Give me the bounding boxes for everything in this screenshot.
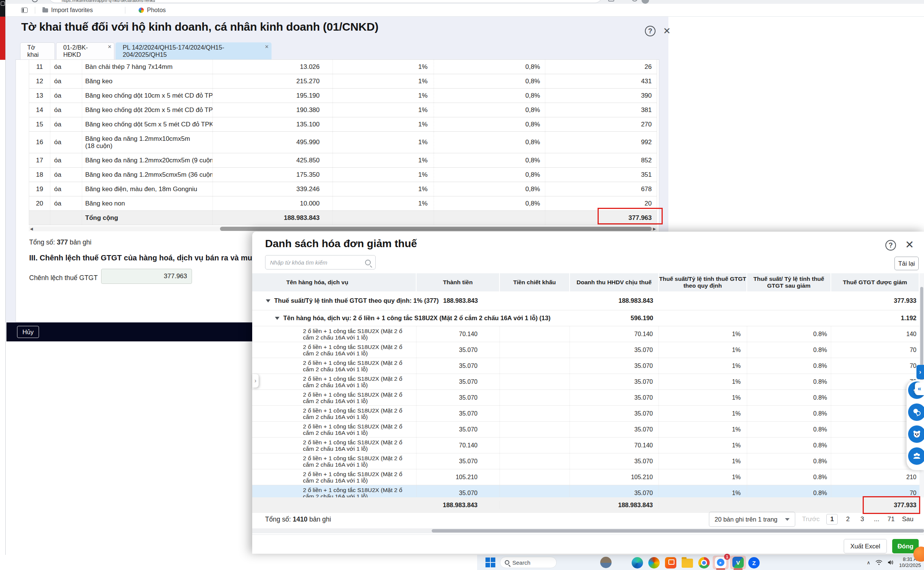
invoice-row[interactable]: 2 ổ liền + 1 công tắc S18U2X (Mặt 2 ổ cắ… <box>252 469 919 485</box>
invoice-row[interactable]: 2 ổ liền + 1 công tắc S18U2X (Mặt 2 ổ cắ… <box>252 406 919 422</box>
modal-horizontal-scrollbar[interactable] <box>252 528 924 533</box>
search-input[interactable] <box>270 259 365 266</box>
collapse-caret-icon[interactable] <box>275 317 279 320</box>
taskbar-file-explorer-icon[interactable] <box>682 557 693 568</box>
browser-profile-avatar[interactable] <box>641 0 649 4</box>
invoice-row[interactable]: 2 ổ liền + 1 công tắc S18U2X (Mặt 2 ổ cắ… <box>252 453 919 469</box>
table-row[interactable]: 17 óa Băng keo đa năng 1.2mmx20cmx5m (9 … <box>29 153 657 168</box>
taskbar-copilot-icon[interactable] <box>648 557 660 568</box>
community-button[interactable] <box>908 447 924 465</box>
invoice-table: Tên hàng hóa, dịch vụ Thành tiền Tiền ch… <box>252 273 919 513</box>
invoice-row-revenue: 35.070 <box>570 422 659 437</box>
refresh-icon[interactable] <box>32 0 38 2</box>
taskbar-zoom-app[interactable]: ▸ 1 <box>713 556 729 569</box>
url-text: https://hkdinhoanh/app/tr-q-hkd-declarat… <box>62 0 155 3</box>
taskbar-store-icon[interactable] <box>665 557 676 568</box>
taskbar-edge-icon[interactable] <box>632 557 643 568</box>
modal-close-icon[interactable]: ✕ <box>905 238 914 251</box>
invoice-row-name: 2 ổ liền + 1 công tắc S18U2X (Mặt 2 ổ cắ… <box>252 422 417 437</box>
table-horizontal-scrollbar[interactable]: ◀ ▶ <box>29 226 657 231</box>
pagination-page[interactable]: 3 <box>858 515 866 523</box>
taskbar-ev-app[interactable]: V <box>730 556 746 569</box>
help-icon[interactable]: ? <box>645 26 656 36</box>
main-table-body: 11 óa Bàn chải thép 7 hàng 7x14mm 13.026… <box>29 60 657 211</box>
windows-start-icon[interactable] <box>485 558 495 567</box>
sidebar-toggle-icon[interactable] <box>21 8 28 13</box>
invoice-row[interactable]: 2 ổ liền + 1 công tắc S18U2X (Mặt 2 ổ cắ… <box>252 390 919 406</box>
gtgt-difference-field[interactable]: 377.963 <box>101 269 192 284</box>
col-header-amount: Thành tiền <box>417 273 500 291</box>
taskbar-zalo-icon[interactable]: Z <box>748 557 760 568</box>
records-suffix: bản ghi <box>70 238 91 246</box>
total-label: Tổng cộng <box>82 211 213 225</box>
panda-button[interactable] <box>908 425 924 443</box>
panda-icon <box>912 430 921 439</box>
expand-left-icon[interactable]: › <box>252 374 259 388</box>
group-row-rate[interactable]: Thuế suất/Tỷ lệ tính thuế GTGT theo quy … <box>252 291 919 310</box>
collapse-panel-icon[interactable]: « <box>915 382 924 395</box>
row-unit: óa <box>50 153 82 167</box>
row-name: Băng keo chống dột 10cm x 5 mét CD đỏ TP… <box>82 89 213 103</box>
tray-chevron-icon[interactable]: ∧ <box>867 560 871 565</box>
tab-close-icon[interactable]: ✕ <box>265 44 269 50</box>
total-empty <box>333 211 434 225</box>
modal-footer-divider <box>252 534 924 535</box>
tab-to-khai[interactable]: Tờ khai <box>20 42 55 59</box>
speaker-icon[interactable] <box>888 560 894 565</box>
modal-search-box[interactable] <box>265 255 376 269</box>
bookmark-photos[interactable]: Photos <box>139 4 166 17</box>
row-unit: óa <box>50 89 82 103</box>
records-prefix: Tổng số: <box>265 515 291 523</box>
tab-close-icon[interactable]: ✕ <box>108 44 112 50</box>
pagination-page[interactable]: 2 <box>844 515 852 523</box>
wifi-icon[interactable] <box>876 560 882 565</box>
taskbar-chrome-icon[interactable] <box>698 557 710 568</box>
pagination-page[interactable]: 71 <box>887 515 895 523</box>
page-size-select[interactable]: 20 bản ghi trên 1 trang <box>709 512 795 527</box>
table-row[interactable]: 18 óa Băng keo đa năng 1.2mmx5cmx5m (36 … <box>29 168 657 182</box>
invoice-row-reduced-tax: 70 <box>831 358 919 374</box>
invoice-row-amount: 70.140 <box>417 438 500 453</box>
pagination-page[interactable]: 1 <box>826 514 837 525</box>
table-row[interactable]: 20 óa Băng keo non 10.000 1% 0,8% 20 <box>29 196 657 211</box>
scrollbar-thumb[interactable] <box>432 529 924 533</box>
scrollbar-thumb[interactable] <box>220 227 652 231</box>
taskbar-user-avatar[interactable] <box>600 557 612 568</box>
table-row[interactable]: 15 óa Băng keo chống dột 5cm x 5 mét CD … <box>29 117 657 132</box>
table-row[interactable]: 14 óa Băng keo chống dột 20cm x 5 mét CD… <box>29 103 657 117</box>
scroll-left-icon[interactable]: ◀ <box>29 226 34 231</box>
pagination-next[interactable]: Sau <box>902 515 913 523</box>
collapse-caret-icon[interactable] <box>266 299 270 302</box>
address-bar[interactable]: https://hkdinhoanh/app/tr-q-hkd-declarat… <box>48 0 602 3</box>
side-expand-icon[interactable]: › <box>916 365 924 379</box>
table-row[interactable]: 12 óa Băng keo 215.270 1% 0,8% 431 <box>29 74 657 89</box>
invoice-row[interactable]: 2 ổ liền + 1 công tắc S18U2X (Mặt 2 ổ cắ… <box>252 485 919 497</box>
extensions-icon[interactable] <box>632 0 638 2</box>
scroll-right-icon[interactable]: ▶ <box>652 226 657 231</box>
invoice-row-reduced-rate: 0.8% <box>747 422 831 437</box>
tab-01-2-bk-hdkd[interactable]: 01-2/BK-HĐKD ✕ <box>56 42 114 59</box>
chat-button[interactable] <box>908 403 924 421</box>
table-row[interactable]: 11 óa Bàn chải thép 7 hàng 7x14mm 13.026… <box>29 60 657 74</box>
table-row[interactable]: 16 óa Băng keo đa năng 1.2mmx10cmx5m (18… <box>29 132 657 153</box>
group-row-item[interactable]: Tên hàng hóa, dịch vụ: 2 ổ liền + 1 công… <box>252 310 919 326</box>
close-icon[interactable]: ✕ <box>663 26 671 36</box>
favorite-star-icon[interactable] <box>608 0 614 2</box>
invoice-row[interactable]: 2 ổ liền + 1 công tắc S18U2X (Mặt 2 ổ cắ… <box>252 422 919 438</box>
pagination-prev[interactable]: Trước <box>802 515 819 523</box>
invoice-row[interactable]: 2 ổ liền + 1 công tắc S18U2X (Mặt 2 ổ cắ… <box>252 438 919 453</box>
tab-pl-142-2024[interactable]: PL 142/2024/QH15-174/2024/QH15-204/2025/… <box>116 42 272 59</box>
bookmark-import-favorites[interactable]: Import favorites <box>42 4 93 17</box>
invoice-row[interactable]: 2 ổ liền + 1 công tắc S18U2X (Mặt 2 ổ cắ… <box>252 326 919 342</box>
modal-help-icon[interactable]: ? <box>885 240 896 251</box>
invoice-row[interactable]: 2 ổ liền + 1 công tắc S18U2X (Mặt 2 ổ cắ… <box>252 342 919 358</box>
invoice-row[interactable]: 2 ổ liền + 1 công tắc S18U2X (Mặt 2 ổ cắ… <box>252 358 919 374</box>
reload-button[interactable]: Tải lại <box>894 257 919 270</box>
table-row[interactable]: 19 óa Băng keo điện, màu đen, 18m Gongni… <box>29 182 657 196</box>
pagination-page[interactable]: ... <box>872 515 881 523</box>
invoice-row[interactable]: 2 ổ liền + 1 công tắc S18U2X (Mặt 2 ổ cắ… <box>252 374 919 390</box>
cancel-button[interactable]: Hủy <box>17 326 39 338</box>
taskbar-search[interactable]: Search <box>500 557 557 568</box>
export-excel-button[interactable]: Xuất Excel <box>844 539 887 553</box>
table-row[interactable]: 13 óa Băng keo chống dột 10cm x 5 mét CD… <box>29 89 657 103</box>
